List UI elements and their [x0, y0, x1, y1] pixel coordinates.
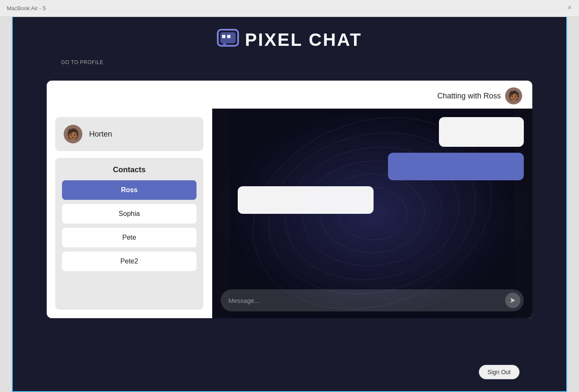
message-row [221, 117, 524, 147]
user-name: Horten [89, 130, 112, 139]
contacts-title: Contacts [62, 165, 197, 174]
contact-item-pete2[interactable]: Pete2 [62, 252, 197, 271]
go-to-profile-link[interactable]: GO TO PROFILE [61, 59, 103, 65]
send-button[interactable] [505, 293, 520, 308]
chat-content [212, 109, 532, 318]
contact-item-pete[interactable]: Pete [62, 228, 197, 247]
contact-item-ross[interactable]: Ross [62, 180, 197, 200]
main-card: Chatting with Ross 🧑🏾 🧑🏾 Horten Contacts [47, 81, 532, 318]
sign-out-button[interactable]: Sign Out [479, 365, 520, 379]
chatting-with-label: Chatting with Ross [437, 92, 501, 101]
message-bubble-1 [439, 117, 524, 147]
left-panel: 🧑🏾 Horten Contacts Ross Sophia Pete Pete… [47, 109, 212, 318]
message-bubble-2 [388, 153, 524, 180]
title-bar: MacBook Air - 5 ✕ [0, 0, 579, 17]
message-bubble-3 [238, 186, 374, 214]
send-icon [509, 297, 516, 304]
chat-bubble-icon [217, 29, 239, 51]
window-title: MacBook Air - 5 [7, 5, 46, 11]
ross-avatar: 🧑🏾 [505, 87, 522, 104]
contact-item-sophia[interactable]: Sophia [62, 204, 197, 224]
avatar: 🧑🏾 [64, 125, 82, 143]
user-card: 🧑🏾 Horten [55, 117, 203, 151]
card-body: 🧑🏾 Horten Contacts Ross Sophia Pete Pete… [47, 109, 532, 318]
card-header: Chatting with Ross 🧑🏾 [47, 81, 532, 109]
contact-list: Ross Sophia Pete Pete2 [62, 180, 197, 271]
message-row [221, 153, 524, 180]
message-row [221, 186, 524, 214]
message-input[interactable] [228, 297, 502, 304]
close-button[interactable]: ✕ [567, 4, 572, 11]
contacts-panel: Contacts Ross Sophia Pete Pete2 [55, 158, 203, 310]
app-window: PIXEL CHAT GO TO PROFILE Chatting with R… [12, 17, 567, 392]
svg-rect-3 [227, 35, 230, 38]
app-title: PIXEL CHAT [245, 30, 362, 50]
svg-rect-2 [222, 35, 225, 38]
app-header: PIXEL CHAT [13, 17, 566, 59]
message-input-row [221, 289, 524, 311]
right-panel [212, 109, 532, 318]
